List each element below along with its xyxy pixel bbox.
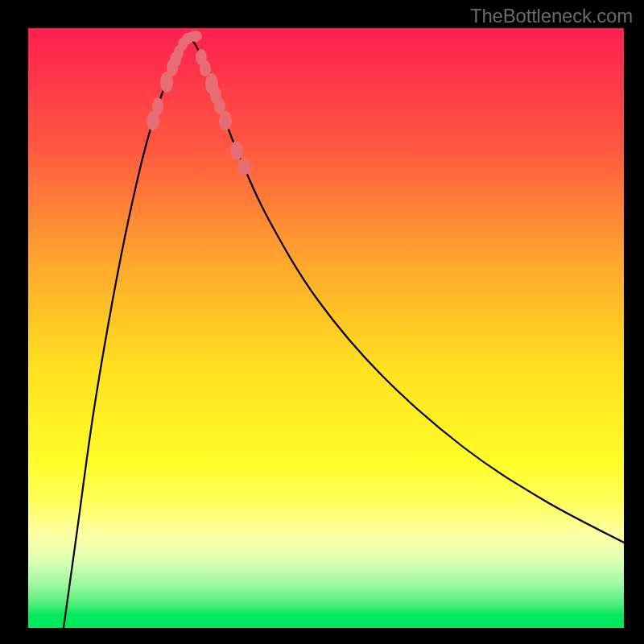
- curves-svg: [28, 28, 624, 628]
- data-marker: [200, 60, 211, 76]
- plot-area: [28, 28, 624, 628]
- left-curve: [64, 37, 189, 628]
- watermark-text: TheBottleneck.com: [470, 5, 633, 27]
- data-marker: [237, 158, 250, 175]
- data-marker: [188, 31, 202, 42]
- data-marker: [230, 141, 243, 160]
- data-marker: [219, 111, 232, 130]
- right-curve: [189, 37, 624, 543]
- data-marker: [152, 97, 163, 115]
- chart-frame: TheBottleneck.com: [0, 0, 644, 644]
- data-markers: [147, 31, 250, 175]
